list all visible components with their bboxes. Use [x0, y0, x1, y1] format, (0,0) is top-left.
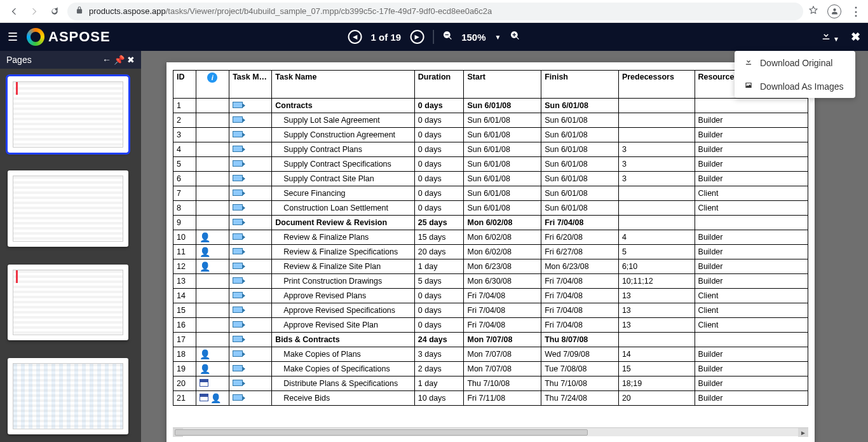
cell-task-mode — [229, 245, 272, 259]
cell-start: Mon 6/23/08 — [464, 259, 541, 274]
cell-start: Mon 6/02/08 — [464, 245, 541, 259]
cell-task-name: Supply Contract Specifications — [272, 157, 415, 172]
cell-duration: 24 days — [414, 333, 464, 347]
zoom-level: 150% — [461, 32, 485, 43]
cell-duration: 0 days — [414, 99, 464, 113]
cell-id: 9 — [173, 216, 196, 230]
cell-predecessors — [618, 201, 695, 216]
auto-schedule-icon — [233, 116, 243, 123]
page-thumbnails[interactable] — [0, 69, 141, 442]
profile-icon[interactable] — [827, 4, 841, 18]
cell-id: 15 — [173, 303, 196, 318]
logo-swirl-icon — [27, 28, 44, 46]
cell-id: 7 — [173, 186, 196, 201]
cell-resources: Builder — [695, 113, 808, 128]
next-page-button[interactable]: ► — [410, 30, 424, 44]
cell-task-mode — [229, 362, 272, 376]
cell-id: 13 — [173, 274, 196, 289]
cell-info — [196, 318, 229, 333]
page-thumb-3[interactable] — [8, 265, 128, 341]
page-thumb-4[interactable] — [8, 358, 128, 434]
cell-duration: 0 days — [414, 303, 464, 318]
table-row: 2Supply Lot Sale Agreement0 daysSun 6/01… — [173, 113, 808, 128]
cell-resources — [695, 333, 808, 347]
scrollbar-thumb[interactable] — [175, 429, 588, 436]
download-button[interactable]: ▼ — [820, 30, 839, 45]
cell-duration: 20 days — [414, 245, 464, 259]
chrome-menu-icon[interactable]: ⋮ — [850, 4, 862, 18]
pin-sidebar-icon[interactable]: 📌 — [114, 55, 125, 65]
cell-resources: Client — [695, 289, 808, 303]
person-icon: 👤 — [200, 247, 210, 257]
cell-task-name: Bids & Contracts — [272, 333, 415, 347]
cell-finish: Thu 7/24/08 — [541, 391, 619, 406]
zoom-dropdown-caret-icon[interactable]: ▼ — [495, 34, 501, 41]
cell-predecessors — [618, 186, 695, 201]
menu-toggle-icon[interactable]: ☰ — [8, 30, 18, 44]
cell-start: Mon 7/07/08 — [464, 333, 541, 347]
close-viewer-button[interactable]: ✖ — [851, 30, 860, 44]
cell-predecessors: 14 — [618, 347, 695, 362]
prev-page-button[interactable]: ◄ — [348, 30, 362, 44]
cell-finish: Fri 7/04/08 — [541, 274, 619, 289]
cell-resources — [695, 99, 808, 113]
close-sidebar-icon[interactable]: ✖ — [127, 55, 135, 65]
download-original-item[interactable]: Download Original — [735, 51, 855, 74]
page-horizontal-scrollbar[interactable]: ◄ ► — [173, 427, 808, 436]
cell-duration: 0 days — [414, 142, 464, 157]
page-thumb-1[interactable] — [8, 76, 128, 153]
cell-id: 11 — [173, 245, 196, 259]
cell-start: Mon 7/07/08 — [464, 347, 541, 362]
cell-id: 17 — [173, 333, 196, 347]
back-button[interactable] — [6, 4, 22, 19]
cell-task-name: Review & Finalize Site Plan — [272, 259, 415, 274]
cell-start: Sun 6/01/08 — [464, 172, 541, 186]
download-dropdown: Download Original Download As Images — [735, 51, 855, 98]
collapse-sidebar-icon[interactable]: ← — [102, 55, 111, 65]
cell-finish: Sun 6/01/08 — [541, 157, 619, 172]
cell-start: Fri 7/11/08 — [464, 391, 541, 406]
address-bar[interactable]: products.aspose.app/tasks/Viewer/project… — [67, 3, 803, 20]
scroll-right-button[interactable]: ► — [798, 428, 808, 437]
cell-task-mode — [229, 347, 272, 362]
table-row: 10👤Review & Finalize Plans15 daysMon 6/0… — [173, 230, 808, 245]
cell-info — [196, 201, 229, 216]
table-row: 19👤Make Copies of Specifications2 daysMo… — [173, 362, 808, 376]
cell-id: 21 — [173, 391, 196, 406]
brand-logo: ASPOSE — [27, 28, 111, 46]
reload-button[interactable] — [47, 4, 62, 19]
cell-finish: Fri 7/04/08 — [541, 303, 619, 318]
zoom-in-button[interactable] — [510, 31, 520, 43]
auto-schedule-icon — [233, 321, 243, 328]
cell-task-name: Distribute Plans & Specifications — [272, 376, 415, 391]
cell-start: Sun 6/01/08 — [464, 201, 541, 216]
cell-info — [196, 157, 229, 172]
download-images-item[interactable]: Download As Images — [735, 74, 855, 98]
cell-duration: 0 days — [414, 128, 464, 142]
cell-info — [196, 333, 229, 347]
auto-schedule-icon — [233, 219, 243, 225]
cell-duration: 3 days — [414, 347, 464, 362]
cell-predecessors — [618, 128, 695, 142]
cell-id: 18 — [173, 347, 196, 362]
bookmark-star-icon[interactable] — [808, 5, 818, 17]
cell-task-mode — [229, 230, 272, 245]
cell-duration: 5 days — [414, 274, 464, 289]
cell-finish: Fri 7/04/08 — [541, 318, 619, 333]
person-icon: 👤 — [200, 364, 210, 374]
table-row: 6Supply Contract Site Plan0 daysSun 6/01… — [173, 172, 808, 186]
cell-task-mode — [229, 157, 272, 172]
auto-schedule-icon — [233, 248, 243, 254]
app-toolbar: ☰ ASPOSE ◄ 1 of 19 ► 150% ▼ ▼ ✖ Download… — [0, 23, 868, 51]
cell-task-mode — [229, 289, 272, 303]
document-viewport[interactable]: ID i Task Mode Task Name Duration Start … — [141, 51, 868, 442]
cell-info — [196, 303, 229, 318]
cell-duration: 0 days — [414, 289, 464, 303]
download-images-label: Download As Images — [760, 81, 844, 92]
cell-resources: Builder — [695, 376, 808, 391]
cell-start: Fri 7/04/08 — [464, 318, 541, 333]
page-indicator: 1 of 19 — [371, 32, 402, 43]
page-thumb-2[interactable] — [8, 170, 128, 247]
zoom-out-button[interactable] — [442, 31, 452, 43]
forward-button[interactable] — [27, 4, 42, 19]
